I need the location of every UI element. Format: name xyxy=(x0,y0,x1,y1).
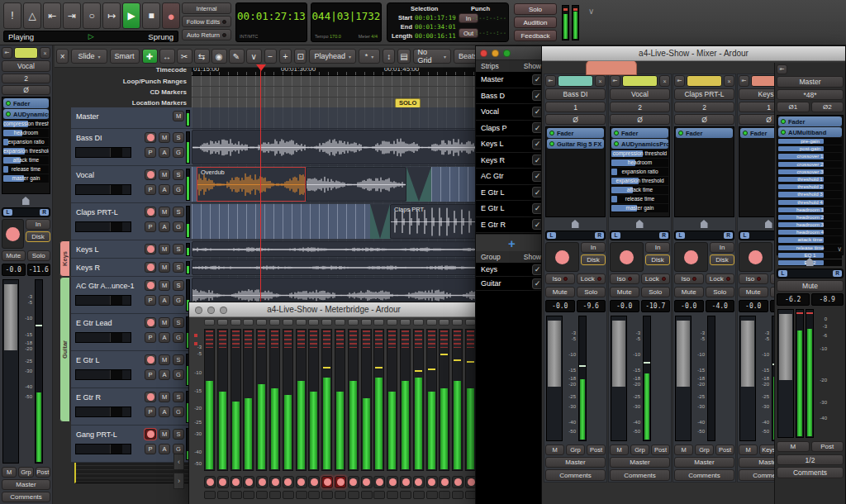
plugin-control-release-time[interactable]: release time xyxy=(611,195,668,203)
strip-name-button[interactable]: Bass DI xyxy=(545,88,606,100)
bridge-rec-button[interactable] xyxy=(373,476,385,488)
group-tab-guitar[interactable]: Guitar xyxy=(59,277,70,422)
track-automation-button[interactable]: A xyxy=(159,444,170,454)
processor-fader[interactable]: Fader xyxy=(611,128,668,138)
output-button[interactable]: Master xyxy=(610,457,670,468)
strip-list-item-e-gtr-r[interactable]: E Gtr R✓ xyxy=(476,217,548,234)
strip-color-swatch[interactable] xyxy=(558,75,593,87)
bridge-mute-button[interactable] xyxy=(373,491,385,499)
bridge-rec-button[interactable] xyxy=(283,476,294,488)
bridge-rec-button[interactable] xyxy=(387,476,398,488)
processor-plugin[interactable]: Guitar Rig 5 FX xyxy=(547,139,604,149)
plugin-control-expansion-ratio[interactable]: expansion ratio xyxy=(611,168,668,176)
track-gain-slider[interactable] xyxy=(75,369,131,380)
group-list-item-guitar[interactable]: Guitar✓ xyxy=(476,277,548,291)
plugin-control-expansion-threshold[interactable]: expansion threshold xyxy=(3,147,49,155)
region[interactable] xyxy=(306,167,406,202)
meter-strip-button[interactable] xyxy=(243,319,254,326)
meter-strip-button[interactable] xyxy=(296,319,307,326)
zoom-window-icon[interactable] xyxy=(220,307,227,314)
track-lane-keys-l[interactable] xyxy=(192,240,484,259)
processor-fader[interactable]: Fader xyxy=(676,128,733,138)
track-rec-button[interactable] xyxy=(145,392,156,402)
track-solo-button[interactable]: S xyxy=(173,429,184,440)
solo-button[interactable]: Solo xyxy=(641,287,671,297)
zoom-out-button[interactable]: − xyxy=(264,49,277,64)
region[interactable] xyxy=(406,167,431,202)
grab-tool[interactable]: ✚ xyxy=(142,49,158,64)
group-tab-keys[interactable]: Keys xyxy=(59,240,70,277)
track-rec-button[interactable] xyxy=(145,317,156,328)
plugin-control-release-time[interactable]: release time xyxy=(778,245,842,251)
narrow-strip-icon[interactable]: ⇤ xyxy=(545,75,556,87)
scroll-prev-button[interactable]: ‹ xyxy=(173,454,184,470)
gain-fader[interactable] xyxy=(611,316,627,441)
bridge-mute-button[interactable] xyxy=(361,491,373,499)
gain-fader[interactable] xyxy=(739,316,756,441)
metronome-button[interactable]: △ xyxy=(23,2,41,29)
zoom-fit-button[interactable]: ⊡ xyxy=(294,49,307,64)
strip-phase-button[interactable]: Ø xyxy=(610,114,670,125)
balance-bar[interactable]: LR xyxy=(674,231,734,240)
plugin-control-expansion-ratio[interactable]: expansion ratio xyxy=(3,138,49,146)
track-solo-button[interactable]: S xyxy=(173,169,184,180)
bridge-mute-button[interactable] xyxy=(439,491,450,499)
output-button[interactable]: Master xyxy=(674,457,734,468)
strip-name-button[interactable]: Master xyxy=(777,76,844,88)
mode-button-follow-edits[interactable]: Follow Edits xyxy=(182,16,231,27)
strip-phase-button[interactable]: Ø xyxy=(2,85,50,95)
monitor-disk-button[interactable]: Disk xyxy=(26,231,50,242)
plugin-control-crossover-1[interactable]: crossover 1 xyxy=(778,153,842,159)
solo-button[interactable]: Solo xyxy=(577,287,606,297)
track-automation-button[interactable]: A xyxy=(159,147,170,158)
stop-button[interactable]: ■ xyxy=(142,2,160,29)
meter-strip-button[interactable] xyxy=(269,319,280,326)
track-header-e-gtr-r[interactable]: E Gtr RMSPAG xyxy=(71,388,192,426)
plugin-control-headroom-3[interactable]: headroom 3 xyxy=(778,221,842,228)
track-playlist-button[interactable]: P xyxy=(145,184,156,195)
post-button[interactable]: Post xyxy=(651,445,670,455)
output-button[interactable]: 1/2 xyxy=(777,454,844,465)
record-arm-button[interactable] xyxy=(610,242,644,272)
track-rec-button[interactable] xyxy=(145,280,156,291)
footer-post-button[interactable]: Post xyxy=(36,467,50,478)
peak-display[interactable]: -8.9 xyxy=(811,293,844,306)
track-gain-slider[interactable] xyxy=(75,221,131,232)
track-mute-button[interactable]: M xyxy=(159,132,170,143)
region[interactable] xyxy=(192,241,482,257)
track-group-button[interactable]: G xyxy=(173,369,184,380)
strip-name-button[interactable]: Vocal xyxy=(2,60,50,72)
monitor-input-button[interactable]: In xyxy=(710,242,734,253)
track-mute-button[interactable]: M xyxy=(159,280,170,291)
track-mute-button[interactable]: M xyxy=(159,354,170,365)
plugin-control-crossover-2[interactable]: crossover 2 xyxy=(778,161,842,168)
mute-button[interactable]: Mute xyxy=(739,287,768,297)
add-strip-button[interactable]: + xyxy=(476,234,548,251)
goto-end-button[interactable]: ⇥ xyxy=(63,2,81,29)
track-rec-button[interactable] xyxy=(145,132,156,143)
meter-strip-button[interactable] xyxy=(426,319,437,326)
gain-fader[interactable] xyxy=(2,279,19,464)
meter-strip-button[interactable] xyxy=(387,319,397,326)
strip-list-item-keys-l[interactable]: Keys L✓ xyxy=(476,136,548,153)
narrow-strip-icon[interactable]: ⇤ xyxy=(739,75,749,87)
bridge-rec-button[interactable] xyxy=(348,476,359,488)
pan-control[interactable] xyxy=(545,219,606,229)
balance-bar[interactable]: LR xyxy=(610,231,670,240)
meter-strip-button[interactable] xyxy=(217,319,228,326)
bridge-rec-button[interactable] xyxy=(439,476,450,488)
meter-strip-button[interactable] xyxy=(361,319,372,326)
solo-location-marker[interactable]: SOLO xyxy=(395,98,421,107)
track-automation-button[interactable]: A xyxy=(159,184,170,195)
bridge-mute-button[interactable] xyxy=(283,491,294,499)
plugin-control-headroom[interactable]: headroom xyxy=(3,129,49,137)
narrow-strip-icon[interactable]: ⇤ xyxy=(777,64,787,74)
processor-fader[interactable]: Fader xyxy=(3,98,49,108)
scroll-next-button[interactable]: › xyxy=(173,473,184,489)
plugin-control-attack-time[interactable]: attack time xyxy=(611,186,668,194)
range-tool[interactable]: ↔ xyxy=(159,49,175,64)
record-arm-button[interactable] xyxy=(674,242,708,272)
track-gain-slider[interactable] xyxy=(75,147,131,158)
track-mute-button[interactable]: M xyxy=(159,169,170,180)
solo-button[interactable]: Solo xyxy=(706,287,735,297)
